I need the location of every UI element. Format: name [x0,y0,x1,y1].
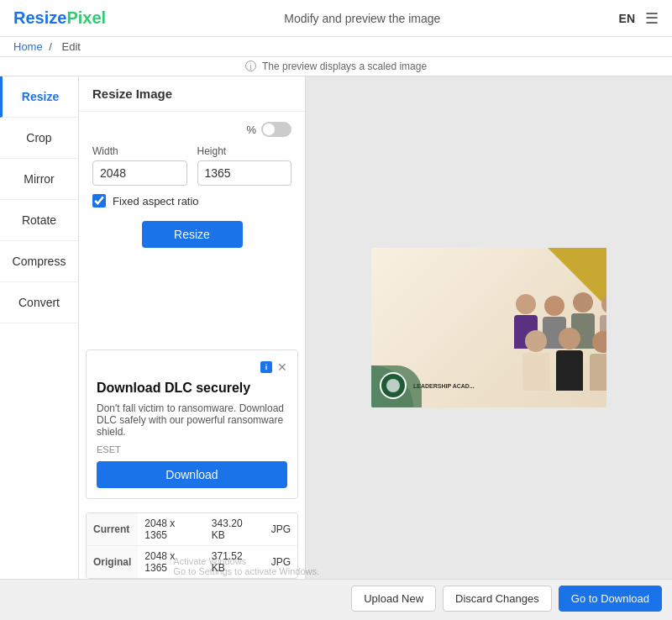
percent-row: % [92,122,291,137]
height-input[interactable] [197,160,292,186]
footer: Activate WindowsGo to Settings to activa… [0,579,672,617]
preview-notice-text: The preview displays a scaled image [262,60,427,72]
fixed-aspect-checkbox[interactable] [92,194,106,208]
front-row [522,328,606,391]
body-8 [590,354,606,391]
preview-area: LEADERSHIP ACAD... [306,76,672,579]
info-table: Current 2048 x 1365 343.20 KB JPG Origin… [86,512,298,579]
hamburger-icon[interactable]: ☰ [645,9,659,28]
sidebar: Resize Crop Mirror Rotate Compress Conve… [0,76,79,579]
preview-image: LEADERSHIP ACAD... [371,248,606,407]
photo-text: LEADERSHIP ACAD... [413,383,475,389]
ad-download-button[interactable]: Download [97,461,287,488]
breadcrumb-current: Edit [62,40,81,53]
head-3 [573,292,593,313]
current-format: JPG [265,513,297,546]
width-field: Width [92,145,187,186]
side-panel: Resize Image % Width Height [79,76,306,579]
table-row-original: Original 2048 x 1365 371.52 KB JPG [87,546,297,579]
height-field: Height [197,145,292,186]
head-2 [544,296,564,316]
original-label: Original [87,546,138,579]
upload-new-button[interactable]: Upload New [351,586,436,612]
head-7 [559,328,580,349]
ad-body: Don't fall victim to ransomware. Downloa… [97,402,287,438]
height-label: Height [197,145,292,157]
panel-content: % Width Height Fixed aspect ratio [79,112,305,336]
breadcrumb: Home / Edit [0,37,672,57]
header-right: EN ☰ [619,9,659,28]
breadcrumb-separator: / [49,40,52,53]
badge-icon [380,372,407,399]
width-label: Width [92,145,187,157]
table-row-current: Current 2048 x 1365 343.20 KB JPG [87,513,297,546]
logo-part1: Resize [13,8,66,27]
width-input[interactable] [92,160,187,186]
sidebar-item-crop[interactable]: Crop [0,118,78,159]
head-6 [525,330,547,352]
info-icon: i [245,60,256,71]
language-selector[interactable]: EN [619,12,635,25]
preview-notice: i The preview displays a scaled image [0,57,672,76]
preview-image-container: LEADERSHIP ACAD... [371,248,606,407]
logo: ResizePixel [13,8,106,28]
body-7 [556,350,583,391]
header-title: Modify and preview the image [284,12,440,25]
image-info-table: Current 2048 x 1365 343.20 KB JPG Origin… [87,513,297,578]
person-8 [590,331,606,391]
fixed-aspect-label: Fixed aspect ratio [113,195,199,208]
original-size: 371.52 KB [205,546,265,579]
badge-inner [386,379,400,392]
sidebar-item-convert[interactable]: Convert [0,282,78,323]
sidebar-item-resize[interactable]: Resize [0,76,78,118]
original-dims: 2048 x 1365 [138,546,205,579]
head-4 [601,294,606,314]
person-7 [556,328,583,391]
go-to-download-button[interactable]: Go to Download [559,586,662,612]
dimension-row: Width Height [92,145,291,186]
discard-changes-button[interactable]: Discard Changes [443,586,552,612]
ad-brand: ESET [97,444,287,454]
ad-close-icon[interactable]: ✕ [277,360,287,374]
ad-panel: i ✕ Download DLC securely Don't fall vic… [86,349,298,499]
sidebar-item-rotate[interactable]: Rotate [0,200,78,241]
fixed-aspect-row: Fixed aspect ratio [92,194,291,208]
ad-title: Download DLC securely [97,381,287,396]
original-format: JPG [265,546,297,579]
current-size: 343.20 KB [205,513,265,546]
main-layout: Resize Crop Mirror Rotate Compress Conve… [0,76,672,579]
percent-toggle[interactable] [261,122,291,137]
body-6 [522,353,549,391]
current-dims: 2048 x 1365 [138,513,205,546]
head-8 [592,331,606,353]
sidebar-item-compress[interactable]: Compress [0,241,78,282]
header: ResizePixel Modify and preview the image… [0,0,672,37]
current-label: Current [87,513,138,546]
head-1 [516,294,536,314]
person-6 [522,330,549,391]
resize-button[interactable]: Resize [142,221,243,248]
panel-title: Resize Image [79,76,305,112]
logo-part2: Pixel [66,8,106,27]
sidebar-item-mirror[interactable]: Mirror [0,159,78,200]
breadcrumb-home[interactable]: Home [13,40,43,53]
percent-label: % [246,123,256,136]
ad-badge: i [260,361,272,373]
ad-top: i ✕ [97,360,287,374]
